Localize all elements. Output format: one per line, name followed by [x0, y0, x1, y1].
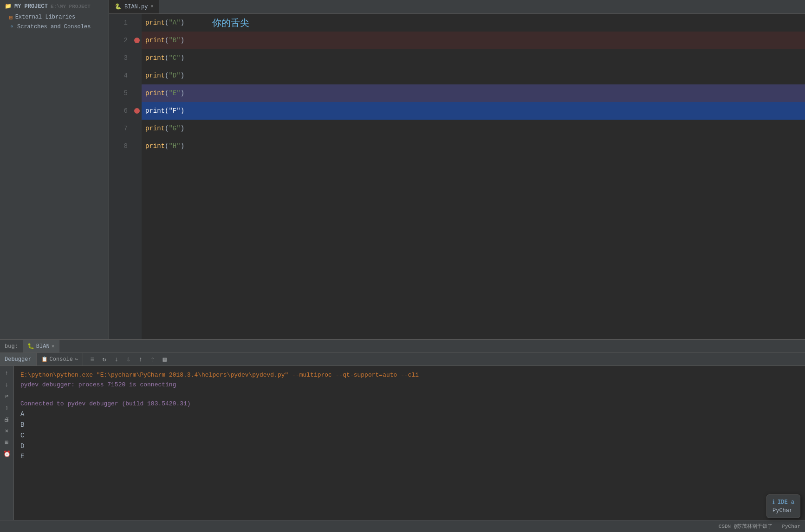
- sidebar-item-label: External Libraries: [15, 14, 76, 20]
- debug-tool-step-over[interactable]: ↻: [99, 354, 110, 365]
- notification-title: IDE a: [778, 499, 794, 506]
- chinese-title: 你的舌尖: [212, 17, 249, 29]
- console-output-d: D: [20, 441, 799, 452]
- line-num-6: 6: [109, 102, 132, 120]
- gutter-1: [132, 14, 142, 32]
- debug-tab-name: BIAN: [36, 343, 50, 350]
- status-csdn: CSDN @苏茂林别干饭了: [719, 523, 773, 530]
- code-line-4: print("D"): [142, 67, 805, 84]
- breakpoint-gutter: [132, 14, 142, 339]
- ds-down-btn[interactable]: ↓: [2, 379, 12, 390]
- debug-tool-step-into-my[interactable]: ⇩: [123, 354, 134, 365]
- gutter-4: [132, 67, 142, 84]
- console-output-e: E: [20, 451, 799, 462]
- line-num-4: 4: [109, 67, 132, 84]
- console-tab[interactable]: 📋 Console ↪: [37, 353, 83, 365]
- debug-subtab-bar: Debugger 📋 Console ↪ ≡ ↻ ↓ ⇩ ↑ ⇧ ▦: [0, 353, 805, 366]
- sidebar: 📁 MY PROJECT E:\MY PROJECT ▤ External Li…: [0, 0, 109, 339]
- ds-clear-btn[interactable]: ✕: [2, 426, 12, 436]
- console-redirect-icon: ↪: [75, 356, 78, 362]
- ds-swap2-btn[interactable]: ⇧: [2, 403, 12, 413]
- project-icon: 📁: [5, 3, 12, 10]
- notification-info-icon: ℹ: [773, 499, 775, 506]
- debugger-tab[interactable]: Debugger: [0, 353, 37, 365]
- breakpoint-6[interactable]: [134, 108, 140, 114]
- debug-tool-step-into[interactable]: ↓: [111, 354, 122, 365]
- tab-file-icon: 🐍: [115, 3, 122, 10]
- gutter-5: [132, 84, 142, 102]
- ds-filter-btn[interactable]: ⊞: [2, 437, 12, 448]
- editor-tab-bar: 🐍 BIAN.py ×: [109, 0, 805, 14]
- line-num-8: 8: [109, 137, 132, 155]
- console-output-c: C: [20, 430, 799, 441]
- notification-body: PyChar: [773, 507, 794, 514]
- sidebar-item-external-libraries[interactable]: ▤ External Libraries: [0, 13, 109, 22]
- code-line-2: print("B"): [142, 32, 805, 49]
- console-tab-icon: 📋: [41, 356, 48, 362]
- code-line-5: print("E"): [142, 84, 805, 102]
- debug-tool-1[interactable]: ≡: [87, 354, 98, 365]
- debugger-tab-label: Debugger: [5, 356, 32, 363]
- gutter-7: [132, 120, 142, 137]
- debug-panel: bug: 🐛 BIAN × Debugger 📋 Console ↪ ≡ ↻ ↓…: [0, 339, 805, 520]
- gutter-8: [132, 137, 142, 155]
- debug-content: ↑ ↓ ⇌ ⇧ 🖨 ✕ ⊞ ⏰ E:\python\python.exe "E:…: [0, 366, 805, 520]
- gutter-3: [132, 49, 142, 67]
- debug-session-tab[interactable]: 🐛 BIAN ×: [23, 340, 59, 353]
- debug-tool-run-cursor[interactable]: ⇧: [147, 354, 158, 365]
- debug-sidebar: ↑ ↓ ⇌ ⇧ 🖨 ✕ ⊞ ⏰: [0, 366, 14, 520]
- console-line-3: Connected to pydev debugger (build 183.5…: [20, 399, 799, 409]
- line-numbers: 1 2 3 4 5 6 7 8: [109, 14, 132, 339]
- code-lines[interactable]: print("A") 你的舌尖 print("B") print("C") pr…: [142, 14, 805, 339]
- editor-area: 🐍 BIAN.py × 1 2 3 4 5 6 7 8: [109, 0, 805, 339]
- console-output[interactable]: E:\python\python.exe "E:\pycharm\PyCharm…: [14, 366, 805, 520]
- project-path: E:\MY PROJECT: [51, 4, 91, 9]
- breakpoint-2[interactable]: [134, 38, 140, 43]
- line-num-5: 5: [109, 84, 132, 102]
- line-num-7: 7: [109, 120, 132, 137]
- gutter-2: [132, 32, 142, 49]
- ds-clock-btn[interactable]: ⏰: [2, 449, 12, 459]
- line-num-1: 1: [109, 14, 132, 32]
- code-line-3: print("C"): [142, 49, 805, 67]
- tab-filename: BIAN.py: [124, 4, 148, 10]
- scratch-icon: ⚬: [9, 23, 14, 31]
- sidebar-item-scratches[interactable]: ⚬ Scratches and Consoles: [0, 22, 109, 32]
- code-line-6: print("F"): [142, 102, 805, 120]
- code-line-7: print("G"): [142, 120, 805, 137]
- notification-popup[interactable]: ℹ IDE a PyChar: [766, 494, 800, 518]
- debug-tab-close[interactable]: ×: [52, 344, 55, 349]
- debug-tool-step-out[interactable]: ↑: [135, 354, 146, 365]
- debug-label: bug:: [0, 343, 23, 350]
- status-pycharm: PyChar: [782, 524, 800, 529]
- debug-tool-evaluate[interactable]: ▦: [159, 354, 170, 365]
- console-output-b: B: [20, 420, 799, 430]
- lib-icon: ▤: [9, 14, 13, 20]
- gutter-6: [132, 102, 142, 120]
- line-num-3: 3: [109, 49, 132, 67]
- status-bar: CSDN @苏茂林别干饭了 PyChar: [0, 520, 805, 532]
- console-line-2: pydev debugger: process 71520 is connect…: [20, 380, 799, 390]
- console-output-a: A: [20, 409, 799, 420]
- ds-print-btn[interactable]: 🖨: [2, 414, 12, 424]
- project-root[interactable]: 📁 MY PROJECT E:\MY PROJECT: [0, 0, 109, 13]
- ds-up-btn[interactable]: ↑: [2, 368, 12, 378]
- debug-tab-icon: 🐛: [27, 343, 34, 350]
- tab-close-button[interactable]: ×: [150, 4, 153, 9]
- line-num-2: 2: [109, 32, 132, 49]
- console-line-blank: [20, 390, 799, 400]
- code-editor[interactable]: 1 2 3 4 5 6 7 8: [109, 14, 805, 339]
- notification-header: ℹ IDE a: [773, 499, 794, 506]
- code-line-8: print("H"): [142, 137, 805, 155]
- editor-tab-bian[interactable]: 🐍 BIAN.py ×: [109, 0, 159, 13]
- ds-swap-btn[interactable]: ⇌: [2, 391, 12, 401]
- code-line-1: print("A") 你的舌尖: [142, 14, 805, 32]
- debug-tab-bar: bug: 🐛 BIAN ×: [0, 340, 805, 353]
- console-line-1: E:\python\python.exe "E:\pycharm\PyCharm…: [20, 371, 799, 380]
- console-tab-label: Console: [50, 356, 73, 363]
- project-name: MY PROJECT: [14, 3, 48, 10]
- sidebar-item-label: Scratches and Consoles: [17, 24, 91, 30]
